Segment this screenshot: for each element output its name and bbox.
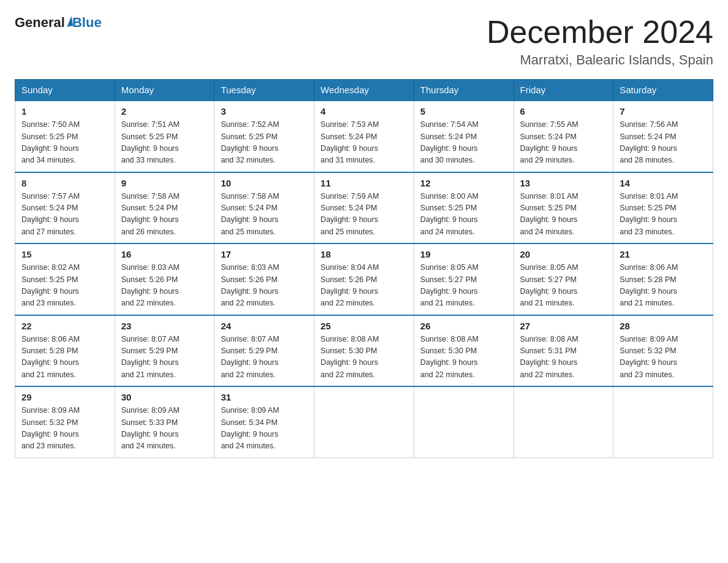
logo: General Blue [15, 15, 102, 31]
calendar-day-cell [414, 386, 514, 458]
day-number: 28 [620, 321, 707, 331]
day-info: Sunrise: 7:58 AMSunset: 5:24 PMDaylight:… [121, 191, 208, 239]
calendar-day-cell: 15Sunrise: 8:02 AMSunset: 5:25 PMDayligh… [15, 243, 115, 315]
day-number: 21 [620, 249, 707, 259]
day-info: Sunrise: 8:08 AMSunset: 5:31 PMDaylight:… [520, 334, 607, 381]
day-number: 11 [320, 178, 408, 188]
calendar-day-cell: 23Sunrise: 8:07 AMSunset: 5:29 PMDayligh… [115, 315, 214, 387]
calendar-day-cell: 30Sunrise: 8:09 AMSunset: 5:33 PMDayligh… [115, 386, 214, 458]
day-number: 18 [320, 249, 408, 259]
calendar-day-cell: 6Sunrise: 7:55 AMSunset: 5:24 PMDaylight… [514, 101, 613, 172]
calendar-day-cell: 28Sunrise: 8:09 AMSunset: 5:32 PMDayligh… [613, 315, 713, 387]
day-number: 3 [221, 106, 308, 117]
calendar-day-cell: 4Sunrise: 7:53 AMSunset: 5:24 PMDaylight… [314, 101, 414, 172]
day-number: 6 [520, 106, 607, 117]
calendar-header-row: SundayMondayTuesdayWednesdayThursdayFrid… [15, 80, 713, 101]
day-number: 7 [620, 106, 707, 117]
calendar-day-cell: 31Sunrise: 8:09 AMSunset: 5:34 PMDayligh… [214, 386, 314, 458]
day-info: Sunrise: 8:04 AMSunset: 5:26 PMDaylight:… [320, 262, 408, 310]
day-number: 12 [420, 178, 507, 188]
calendar-day-cell: 25Sunrise: 8:08 AMSunset: 5:30 PMDayligh… [314, 315, 414, 387]
day-number: 5 [420, 106, 507, 117]
day-info: Sunrise: 8:03 AMSunset: 5:26 PMDaylight:… [121, 262, 208, 310]
calendar-day-cell [514, 386, 613, 458]
calendar-day-cell: 8Sunrise: 7:57 AMSunset: 5:24 PMDaylight… [15, 172, 115, 244]
day-info: Sunrise: 8:09 AMSunset: 5:32 PMDaylight:… [620, 334, 707, 381]
calendar-header-sunday: Sunday [15, 80, 115, 101]
day-info: Sunrise: 8:03 AMSunset: 5:26 PMDaylight:… [221, 262, 308, 310]
day-info: Sunrise: 8:01 AMSunset: 5:25 PMDaylight:… [520, 191, 607, 239]
day-number: 15 [21, 249, 108, 259]
calendar-day-cell: 19Sunrise: 8:05 AMSunset: 5:27 PMDayligh… [414, 243, 514, 315]
calendar-header-saturday: Saturday [613, 80, 713, 101]
calendar-day-cell: 18Sunrise: 8:04 AMSunset: 5:26 PMDayligh… [314, 243, 414, 315]
calendar-day-cell: 2Sunrise: 7:51 AMSunset: 5:25 PMDaylight… [115, 101, 214, 172]
day-number: 17 [221, 249, 308, 259]
calendar-day-cell: 11Sunrise: 7:59 AMSunset: 5:24 PMDayligh… [314, 172, 414, 244]
day-info: Sunrise: 8:08 AMSunset: 5:30 PMDaylight:… [420, 334, 507, 381]
calendar-day-cell [314, 386, 414, 458]
day-info: Sunrise: 7:53 AMSunset: 5:24 PMDaylight:… [320, 119, 408, 167]
day-info: Sunrise: 8:07 AMSunset: 5:29 PMDaylight:… [121, 334, 208, 381]
day-info: Sunrise: 7:51 AMSunset: 5:25 PMDaylight:… [121, 119, 208, 167]
day-number: 20 [520, 249, 607, 259]
calendar-day-cell: 14Sunrise: 8:01 AMSunset: 5:25 PMDayligh… [613, 172, 713, 244]
day-info: Sunrise: 8:06 AMSunset: 5:28 PMDaylight:… [21, 334, 108, 381]
day-info: Sunrise: 7:54 AMSunset: 5:24 PMDaylight:… [420, 119, 507, 167]
month-title: December 2024 [487, 15, 713, 50]
calendar-header-friday: Friday [514, 80, 613, 101]
day-info: Sunrise: 8:08 AMSunset: 5:30 PMDaylight:… [320, 334, 408, 381]
logo-blue-text: Blue [72, 15, 102, 31]
day-info: Sunrise: 7:59 AMSunset: 5:24 PMDaylight:… [320, 191, 408, 239]
calendar-header-tuesday: Tuesday [214, 80, 314, 101]
calendar-day-cell: 10Sunrise: 7:58 AMSunset: 5:24 PMDayligh… [214, 172, 314, 244]
calendar-day-cell [613, 386, 713, 458]
day-number: 24 [221, 321, 308, 331]
day-number: 29 [21, 392, 108, 402]
day-number: 19 [420, 249, 507, 259]
logo-general-text: General [15, 15, 65, 31]
calendar-table: SundayMondayTuesdayWednesdayThursdayFrid… [15, 79, 713, 458]
day-info: Sunrise: 7:56 AMSunset: 5:24 PMDaylight:… [620, 119, 707, 167]
calendar-day-cell: 24Sunrise: 8:07 AMSunset: 5:29 PMDayligh… [214, 315, 314, 387]
calendar-week-row: 1Sunrise: 7:50 AMSunset: 5:25 PMDaylight… [15, 101, 713, 172]
day-number: 10 [221, 178, 308, 188]
day-info: Sunrise: 7:58 AMSunset: 5:24 PMDaylight:… [221, 191, 308, 239]
calendar-day-cell: 1Sunrise: 7:50 AMSunset: 5:25 PMDaylight… [15, 101, 115, 172]
day-number: 27 [520, 321, 607, 331]
day-number: 26 [420, 321, 507, 331]
calendar-day-cell: 16Sunrise: 8:03 AMSunset: 5:26 PMDayligh… [115, 243, 214, 315]
day-number: 31 [221, 392, 308, 402]
day-number: 9 [121, 178, 208, 188]
calendar-day-cell: 27Sunrise: 8:08 AMSunset: 5:31 PMDayligh… [514, 315, 613, 387]
day-number: 8 [21, 178, 108, 188]
calendar-week-row: 22Sunrise: 8:06 AMSunset: 5:28 PMDayligh… [15, 315, 713, 387]
day-number: 23 [121, 321, 208, 331]
day-number: 1 [21, 106, 108, 117]
calendar-header-monday: Monday [115, 80, 214, 101]
location-title: Marratxi, Balearic Islands, Spain [487, 52, 713, 68]
day-info: Sunrise: 8:09 AMSunset: 5:33 PMDaylight:… [121, 405, 208, 453]
day-info: Sunrise: 7:55 AMSunset: 5:24 PMDaylight:… [520, 119, 607, 167]
calendar-day-cell: 20Sunrise: 8:05 AMSunset: 5:27 PMDayligh… [514, 243, 613, 315]
day-info: Sunrise: 8:05 AMSunset: 5:27 PMDaylight:… [420, 262, 507, 310]
day-number: 14 [620, 178, 707, 188]
calendar-day-cell: 29Sunrise: 8:09 AMSunset: 5:32 PMDayligh… [15, 386, 115, 458]
calendar-day-cell: 5Sunrise: 7:54 AMSunset: 5:24 PMDaylight… [414, 101, 514, 172]
calendar-day-cell: 21Sunrise: 8:06 AMSunset: 5:28 PMDayligh… [613, 243, 713, 315]
calendar-day-cell: 7Sunrise: 7:56 AMSunset: 5:24 PMDaylight… [613, 101, 713, 172]
day-info: Sunrise: 8:00 AMSunset: 5:25 PMDaylight:… [420, 191, 507, 239]
calendar-day-cell: 13Sunrise: 8:01 AMSunset: 5:25 PMDayligh… [514, 172, 613, 244]
day-info: Sunrise: 8:01 AMSunset: 5:25 PMDaylight:… [620, 191, 707, 239]
day-info: Sunrise: 7:50 AMSunset: 5:25 PMDaylight:… [21, 119, 108, 167]
calendar-header-wednesday: Wednesday [314, 80, 414, 101]
day-info: Sunrise: 7:52 AMSunset: 5:25 PMDaylight:… [221, 119, 308, 167]
title-block: December 2024 Marratxi, Balearic Islands… [487, 15, 713, 68]
day-number: 2 [121, 106, 208, 117]
calendar-day-cell: 22Sunrise: 8:06 AMSunset: 5:28 PMDayligh… [15, 315, 115, 387]
day-number: 22 [21, 321, 108, 331]
calendar-day-cell: 26Sunrise: 8:08 AMSunset: 5:30 PMDayligh… [414, 315, 514, 387]
calendar-day-cell: 9Sunrise: 7:58 AMSunset: 5:24 PMDaylight… [115, 172, 214, 244]
day-info: Sunrise: 8:09 AMSunset: 5:32 PMDaylight:… [21, 405, 108, 453]
calendar-day-cell: 12Sunrise: 8:00 AMSunset: 5:25 PMDayligh… [414, 172, 514, 244]
